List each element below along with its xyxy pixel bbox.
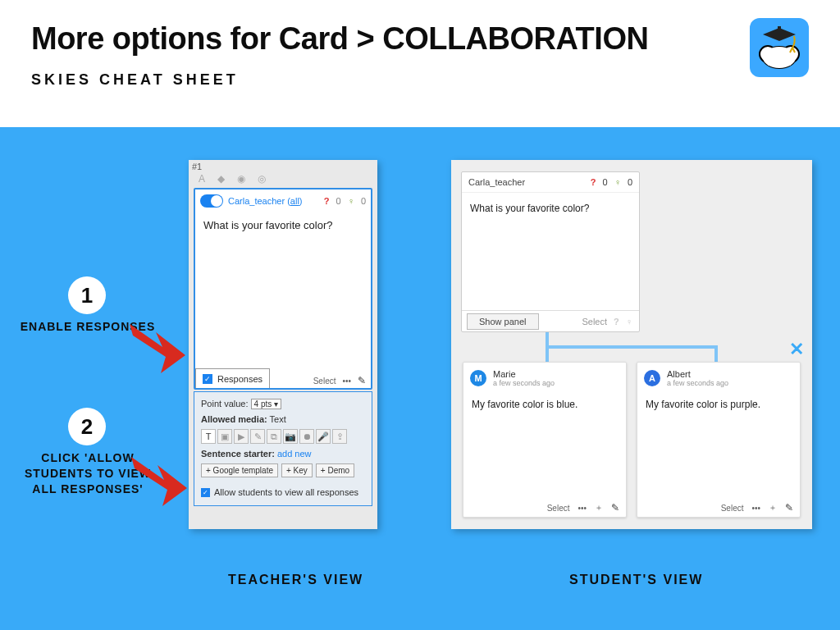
author-name: Carla_teacher (228, 196, 285, 206)
question-card: Carla_teacher (all) ?0 ♀0 What is your f… (194, 188, 372, 390)
step-1-badge: 1 (68, 276, 106, 314)
svg-marker-6 (130, 324, 185, 373)
svg-marker-4 (763, 28, 796, 41)
idea-icon[interactable]: ♀ (626, 317, 632, 326)
chevron-down-icon: ▾ (274, 399, 278, 409)
allow-view-all-checkbox[interactable] (201, 488, 210, 497)
select-link[interactable]: Select (313, 377, 336, 386)
author-label: Carla_teacher (all) (228, 196, 303, 206)
close-icon[interactable]: ✕ (789, 339, 804, 360)
avatar: A (644, 370, 660, 386)
more-icon[interactable]: ••• (578, 504, 587, 513)
teacher-view-label: TEACHER'S VIEW (228, 573, 363, 587)
step-2-badge: 2 (68, 408, 106, 445)
media-camera-button[interactable]: 📷 (283, 429, 298, 444)
step-1-number: 1 (81, 283, 93, 308)
response-author: Marie (493, 369, 555, 379)
avatar: M (470, 370, 486, 386)
arrow-2-icon (123, 449, 197, 514)
student-view-label: STUDENT'S VIEW (569, 573, 703, 587)
media-type-row: T ▣ ▶ ✎ ⧉ 📷 ⏺ 🎤 ⇪ (201, 429, 365, 444)
student-question-count: 0 (603, 177, 608, 187)
response-time: a few seconds ago (667, 379, 728, 387)
question-icon: ? (324, 196, 330, 206)
allowed-media-label: Allowed media: (201, 414, 267, 424)
student-idea-count: 0 (628, 177, 632, 187)
response-select-link[interactable]: Select (721, 504, 744, 513)
author-scope-link[interactable]: all (290, 196, 299, 206)
question-text: What is your favorite color? (195, 208, 371, 243)
media-draw-button[interactable]: ✎ (250, 429, 265, 444)
response-text: My favorite color is blue. (463, 389, 626, 420)
add-icon[interactable]: ＋ (769, 502, 777, 514)
add-key-button[interactable]: + Key (281, 463, 313, 477)
question-icon: ? (591, 177, 596, 187)
edit-icon[interactable]: ✎ (611, 502, 619, 514)
point-value-label: Point value: (201, 399, 248, 409)
allow-view-all-label: Allow students to view all responses (214, 487, 358, 497)
skies-logo (750, 18, 809, 77)
media-upload-button[interactable]: ⇪ (332, 429, 347, 444)
student-view-panel: Carla_teacher ?0 ♀0 What is your favorit… (451, 160, 812, 529)
point-value-select[interactable]: 4 pts ▾ (251, 399, 282, 409)
edit-icon[interactable]: ✎ (358, 375, 366, 386)
page-title: More options for Card > COLLABORATION (31, 21, 809, 57)
point-value: 4 pts (254, 399, 272, 409)
logo-icon (755, 23, 804, 72)
step-2-number: 2 (81, 414, 93, 440)
idea-count: 0 (361, 196, 366, 206)
response-time: a few seconds ago (493, 379, 555, 387)
media-text-button[interactable]: T (201, 429, 216, 444)
response-card: M Marie a few seconds ago My favorite co… (463, 362, 627, 518)
responses-toggle[interactable] (200, 194, 223, 208)
sentence-starter-label: Sentence starter: (201, 449, 275, 459)
more-icon[interactable]: ••• (751, 504, 760, 513)
question-count: 0 (336, 196, 341, 206)
responses-tab-label: Responses (217, 374, 262, 384)
responses-settings-panel: Point value: 4 pts ▾ Allowed media: Text… (194, 391, 372, 506)
page-subtitle: SKIES CHEAT SHEET (31, 71, 809, 89)
add-google-template-button[interactable]: + Google template (201, 463, 278, 477)
response-card: A Albert a few seconds ago My favorite c… (637, 362, 801, 518)
response-author: Albert (667, 369, 728, 379)
add-icon[interactable]: ＋ (595, 502, 603, 514)
student-question-card: Carla_teacher ?0 ♀0 What is your favorit… (461, 171, 640, 332)
media-record-button[interactable]: ⏺ (299, 429, 314, 444)
more-icon[interactable]: ••• (342, 377, 351, 386)
media-video-button[interactable]: ▶ (234, 429, 249, 444)
add-demo-button[interactable]: + Demo (316, 463, 354, 477)
svg-rect-5 (778, 26, 781, 30)
responses-tab[interactable]: Responses (195, 368, 270, 388)
sentence-starter-add-link[interactable]: add new (277, 449, 312, 459)
media-image-button[interactable]: ▣ (217, 429, 232, 444)
media-mic-button[interactable]: 🎤 (316, 429, 331, 444)
response-select-link[interactable]: Select (547, 504, 570, 513)
idea-icon: ♀ (614, 177, 621, 187)
responses-checkbox-icon (203, 374, 212, 384)
idea-icon: ♀ (348, 196, 354, 206)
card-number: #1 (192, 162, 202, 171)
edit-icon[interactable]: ✎ (785, 502, 793, 514)
teacher-view-panel: #1 A ◆ ◉ ◎ Carla_teacher (all) ?0 ♀0 Wha… (189, 160, 377, 529)
student-select-link[interactable]: Select (582, 317, 607, 326)
arrow-1-icon (121, 316, 195, 381)
response-text: My favorite color is purple. (637, 389, 800, 420)
student-question-text: What is your favorite color? (462, 193, 639, 224)
allowed-media-value: Text (270, 414, 286, 424)
student-author: Carla_teacher (468, 177, 525, 187)
media-link-button[interactable]: ⧉ (267, 429, 281, 444)
svg-marker-7 (131, 457, 187, 506)
show-panel-button[interactable]: Show panel (467, 313, 539, 330)
card-toolbar-icons: A ◆ ◉ ◎ (199, 173, 271, 185)
question-icon[interactable]: ? (614, 317, 619, 326)
